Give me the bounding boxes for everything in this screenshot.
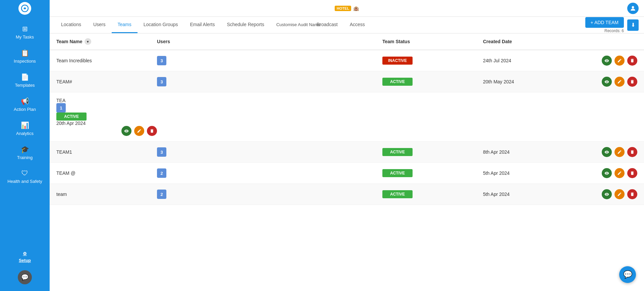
sidebar-item-setup[interactable]: ⚙ Setup — [16, 246, 34, 268]
sidebar-item-training[interactable]: 🎓 Training — [0, 141, 50, 165]
user-count-badge: 3 — [157, 147, 166, 157]
download-button[interactable]: ⬇ — [627, 19, 639, 31]
created-date-cell: 5th Apr 2024 — [483, 170, 584, 176]
delete-button[interactable] — [627, 56, 637, 66]
teams-table: Team Name ▾ Users Team Status Created Da… — [50, 33, 644, 205]
inspections-icon: 📋 — [21, 49, 29, 57]
status-cell: ACTIVE — [382, 169, 483, 177]
sidebar-item-label: Action Plan — [14, 107, 36, 112]
users-cell: 2 — [157, 168, 382, 178]
header-actions — [584, 38, 637, 45]
topbar: HOTEL 🏨 — [50, 0, 644, 17]
team-name-cell: TEAM @ — [56, 170, 157, 176]
sidebar-item-analytics[interactable]: 📊 Analytics — [0, 117, 50, 141]
user-avatar[interactable] — [627, 3, 639, 14]
tasks-icon: ⊞ — [22, 25, 28, 33]
tab-broadcast[interactable]: Broadcast — [311, 17, 344, 33]
header-team-name: Team Name ▾ — [56, 38, 157, 45]
sidebar-item-action-plan[interactable]: 📢 Action Plan — [0, 92, 50, 117]
row-actions — [584, 189, 637, 199]
row-actions — [584, 77, 637, 87]
health-safety-icon: 🛡 — [21, 169, 28, 177]
tab-customise-audit-name[interactable]: Customise Audit Name — [270, 17, 311, 33]
edit-button[interactable] — [614, 147, 625, 157]
table-row: TEA 1 ACTIVE 20th Apr 2024 — [50, 92, 644, 142]
status-cell: ACTIVE — [382, 78, 483, 86]
team-name-cell: TEAM1 — [56, 149, 157, 155]
hotel-flag-icon: 🏨 — [353, 6, 359, 11]
delete-button[interactable] — [627, 189, 637, 199]
fab-chat-button[interactable]: 💬 — [619, 266, 636, 283]
created-date-cell: 5th Apr 2024 — [483, 192, 584, 197]
table-header-row: Team Name ▾ Users Team Status Created Da… — [50, 33, 644, 50]
records-area: + ADD TEAM Records: 6 — [585, 17, 624, 33]
analytics-icon: 📊 — [21, 121, 29, 129]
action-plan-icon: 📢 — [21, 97, 29, 105]
tabs-right: + ADD TEAM Records: 6 ⬇ — [585, 17, 639, 33]
table-row: TEAM1 3 ACTIVE 8th Apr 2024 — [50, 142, 644, 163]
table-row: TEAM# 3 ACTIVE 20th May 2024 — [50, 71, 644, 92]
delete-button[interactable] — [627, 168, 637, 178]
table-row: TEAM @ 2 ACTIVE 5th Apr 2024 — [50, 163, 644, 184]
add-team-button[interactable]: + ADD TEAM — [585, 17, 624, 28]
row-actions — [584, 56, 637, 66]
status-badge: ACTIVE — [382, 169, 413, 177]
view-button[interactable] — [602, 147, 612, 157]
tab-access[interactable]: Access — [344, 17, 371, 33]
delete-button[interactable] — [147, 126, 157, 136]
status-cell: INACTIVE — [382, 57, 483, 65]
table-row: team 2 ACTIVE 5th Apr 2024 — [50, 184, 644, 205]
users-cell: 3 — [157, 147, 382, 157]
view-button[interactable] — [602, 56, 612, 66]
sidebar-item-label: Health and Safety — [7, 179, 42, 184]
team-name-cell: TEAM# — [56, 79, 157, 84]
edit-button[interactable] — [614, 77, 625, 87]
delete-button[interactable] — [627, 77, 637, 87]
header-users: Users — [157, 38, 382, 45]
sidebar-item-my-tasks[interactable]: ⊞ My Tasks — [0, 20, 50, 44]
users-cell: 3 — [157, 77, 382, 86]
tabs-left: Locations Users Teams Location Groups Em… — [55, 17, 371, 33]
sidebar: ⊞ My Tasks 📋 Inspections 📄 Templates 📢 A… — [0, 0, 50, 291]
users-cell: 3 — [157, 56, 382, 65]
topbar-right — [627, 3, 639, 14]
tab-location-groups[interactable]: Location Groups — [138, 17, 184, 33]
tab-locations[interactable]: Locations — [55, 17, 87, 33]
sidebar-item-label: Training — [17, 155, 33, 160]
edit-button[interactable] — [614, 189, 625, 199]
status-cell: ACTIVE — [382, 190, 483, 198]
view-button[interactable] — [602, 168, 612, 178]
svg-point-1 — [632, 6, 634, 8]
app-logo-icon[interactable] — [18, 2, 31, 15]
sort-team-name-icon[interactable]: ▾ — [85, 38, 91, 45]
tab-schedule-reports[interactable]: Schedule Reports — [221, 17, 270, 33]
user-count-badge: 3 — [157, 77, 166, 86]
view-button[interactable] — [602, 189, 612, 199]
tab-teams[interactable]: Teams — [112, 17, 138, 33]
sidebar-item-templates[interactable]: 📄 Templates — [0, 68, 50, 92]
table-body: Team Incredibles 3 INACTIVE 24th Jul 202… — [50, 50, 644, 205]
edit-button[interactable] — [134, 126, 144, 136]
sidebar-chat-button[interactable]: 💬 — [18, 270, 32, 284]
status-badge: ACTIVE — [382, 190, 413, 198]
created-date-cell: 20th Apr 2024 — [56, 121, 157, 126]
user-count-badge: 3 — [157, 56, 166, 65]
sidebar-item-inspections[interactable]: 📋 Inspections — [0, 44, 50, 68]
users-cell: 1 — [56, 103, 157, 113]
delete-button[interactable] — [627, 147, 637, 157]
tab-users[interactable]: Users — [87, 17, 112, 33]
view-button[interactable] — [121, 126, 131, 136]
team-name-cell: TEA 1 ACTIVE 20th Apr 2024 — [56, 98, 157, 136]
user-count-badge: 1 — [56, 103, 66, 113]
edit-button[interactable] — [614, 56, 625, 66]
edit-button[interactable] — [614, 168, 625, 178]
row-actions — [584, 147, 637, 157]
hotel-badge: HOTEL — [335, 6, 351, 11]
status-badge: INACTIVE — [382, 57, 413, 65]
sidebar-item-health-safety[interactable]: 🛡 Health and Safety — [0, 165, 50, 189]
sidebar-item-label: Templates — [15, 83, 35, 88]
tab-email-alerts[interactable]: Email Alerts — [184, 17, 221, 33]
users-cell: 2 — [157, 190, 382, 199]
team-name-cell: team — [56, 192, 157, 197]
view-button[interactable] — [602, 77, 612, 87]
